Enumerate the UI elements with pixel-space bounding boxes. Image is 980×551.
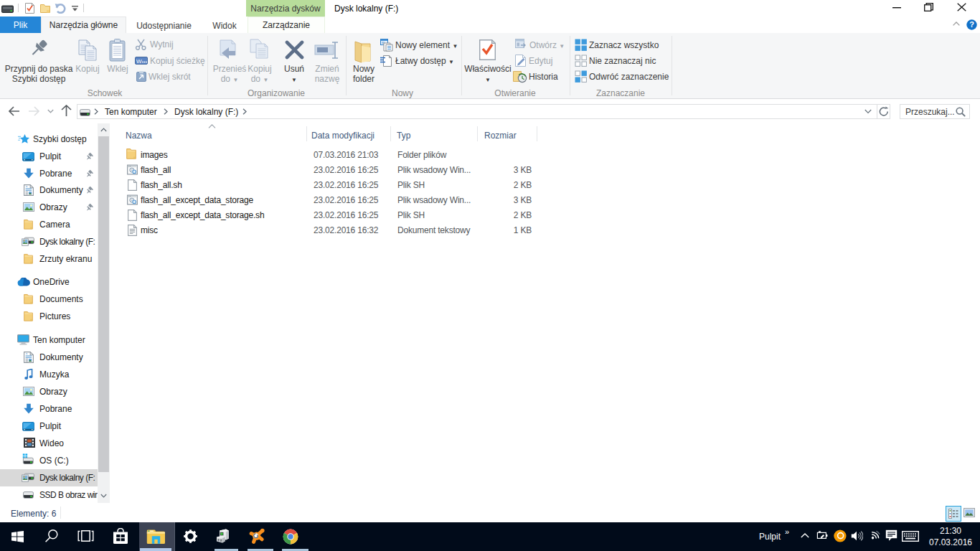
svg-text:?: ? — [969, 20, 974, 29]
